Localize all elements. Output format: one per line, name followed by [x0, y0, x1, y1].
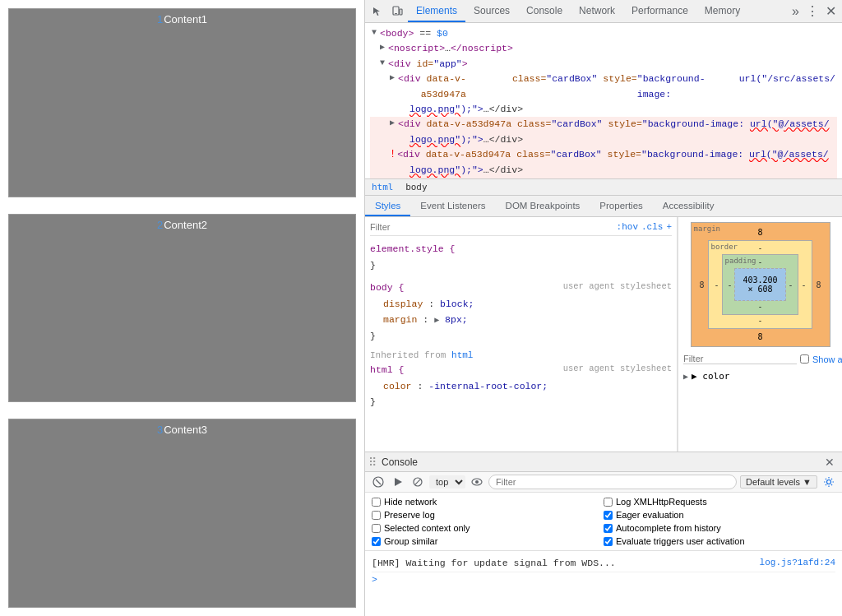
css-inherited-label: Inherited from html [370, 350, 672, 360]
tab-memory[interactable]: Memory [696, 0, 748, 22]
selected-context-checkbox[interactable] [372, 524, 381, 533]
console-title-label: Console [382, 456, 418, 468]
html-line-noscript[interactable]: <noscript> … </noscript> [370, 41, 837, 56]
cls-button[interactable]: .cls [641, 222, 663, 232]
autocomplete-checkbox[interactable] [604, 524, 613, 533]
option-log-xml-label: Log XMLHttpRequests [616, 497, 707, 507]
option-log-xml[interactable]: Log XMLHttpRequests [604, 496, 835, 507]
console-prompt-row: > [372, 572, 835, 586]
console-output: [HMR] Waiting for update signal from WDS… [365, 551, 842, 616]
console-header: ⠿ Console ✕ [365, 452, 842, 472]
box-model-filter-row: Show all [683, 354, 837, 364]
box-model-panel: margin 8 8 border - - [678, 217, 842, 452]
option-eval-triggers-label: Evaluate triggers user activation [616, 536, 745, 546]
content-number-2: 2 [157, 219, 163, 231]
console-options: Hide network Log XMLHttpRequests Preserv… [365, 493, 842, 551]
breadcrumb-body[interactable]: body [405, 182, 428, 192]
content-number-1: 1 [157, 13, 163, 25]
show-all-checkbox[interactable] [800, 354, 809, 364]
sub-tab-styles[interactable]: Styles [365, 196, 410, 216]
option-group-similar-label: Group similar [384, 536, 437, 546]
option-selected-context-label: Selected context only [384, 523, 470, 533]
html-line-card3[interactable]: ! <div data-v-a53d947a class= "cardBox" … [370, 147, 837, 163]
console-close-button[interactable]: ✕ [821, 453, 839, 471]
breadcrumb-html[interactable]: html [372, 182, 394, 192]
tab-console[interactable]: Console [518, 0, 571, 22]
option-hide-network[interactable]: Hide network [372, 496, 604, 507]
sub-tabs: Styles Event Listeners DOM Breakpoints P… [365, 196, 842, 217]
console-toolbar: top Default levels ▼ [365, 472, 842, 493]
option-group-similar[interactable]: Group similar [372, 535, 604, 547]
eager-eval-checkbox[interactable] [604, 511, 613, 520]
add-style-button[interactable]: + [666, 222, 672, 232]
option-autocomplete-label: Autocomplete from history [616, 523, 721, 533]
content-label-2: Content2 [164, 219, 207, 231]
option-eager-eval[interactable]: Eager evaluation [604, 509, 835, 521]
tab-sources[interactable]: Sources [465, 0, 518, 22]
option-autocomplete[interactable]: Autocomplete from history [604, 522, 835, 534]
html-line-card2[interactable]: <div data-v-a53d947a class= "cardBox" st… [370, 117, 837, 132]
box-model-filter-input[interactable] [683, 354, 797, 364]
svg-rect-1 [395, 13, 397, 14]
sub-tab-event-listeners[interactable]: Event Listeners [410, 196, 495, 216]
expand-app[interactable] [380, 57, 385, 70]
html-source: <body> == $0 <noscript> … </noscript> <d… [365, 23, 842, 179]
eval-triggers-checkbox[interactable] [604, 537, 613, 546]
styles-panel: :hov .cls + element.style { } body { use… [365, 217, 678, 452]
sub-tab-accessibility[interactable]: Accessibility [653, 196, 724, 216]
group-similar-checkbox[interactable] [372, 537, 381, 546]
console-block-button[interactable] [409, 474, 426, 490]
hov-button[interactable]: :hov [617, 222, 638, 232]
color-row[interactable]: ▶ ▶ color [683, 371, 837, 382]
content-card-2: 2Content2 [8, 214, 356, 403]
console-message-source[interactable]: log.js?1afd:24 [760, 556, 835, 570]
color-label: ▶ color [692, 371, 729, 382]
console-panel: ⠿ Console ✕ top Default levels ▼ [365, 452, 842, 616]
tab-performance[interactable]: Performance [623, 0, 696, 22]
option-preserve-log[interactable]: Preserve log [372, 509, 604, 521]
webpage-preview: 1Content1 2Content2 3Content3 [0, 0, 364, 616]
html-line-body[interactable]: <body> == $0 [370, 26, 837, 41]
html-line-app[interactable]: <div id= "app" > [370, 57, 837, 72]
tab-network[interactable]: Network [571, 0, 623, 22]
expand-body[interactable] [372, 26, 377, 39]
console-title: ⠿ Console [368, 456, 817, 469]
option-eager-eval-label: Eager evaluation [616, 510, 684, 520]
console-settings-button[interactable] [821, 474, 837, 490]
styles-area: :hov .cls + element.style { } body { use… [365, 217, 842, 452]
styles-filter-input[interactable] [370, 222, 613, 232]
devtools-close-button[interactable]: ✕ [822, 3, 839, 20]
content-card-3: 3Content3 [8, 419, 356, 608]
hide-network-checkbox[interactable] [372, 498, 381, 507]
option-selected-context[interactable]: Selected context only [372, 522, 604, 534]
sub-tab-dom-breakpoints[interactable]: DOM Breakpoints [496, 196, 590, 216]
devtools-settings-button[interactable]: ⋮ [804, 3, 821, 20]
devtools-panel: Elements Sources Console Network Perform… [364, 0, 842, 616]
html-line-card1[interactable]: <div data-v-a53d947a class= "cardBox" st… [370, 72, 837, 102]
color-expand-arrow[interactable]: ▶ [683, 372, 688, 381]
console-context-select[interactable]: top [429, 475, 465, 489]
expand-card2[interactable] [390, 117, 395, 130]
svg-line-7 [415, 479, 420, 484]
console-drag-icon: ⠿ [368, 456, 377, 469]
svg-marker-5 [395, 478, 402, 486]
show-all-label[interactable]: Show all [812, 354, 842, 364]
console-play-button[interactable] [390, 474, 406, 490]
more-tabs-button[interactable]: » [789, 4, 803, 19]
expand-card1[interactable] [390, 72, 395, 85]
console-filter-input[interactable] [488, 475, 737, 489]
devtools-toolbar: Elements Sources Console Network Perform… [365, 0, 842, 23]
inspect-element-button[interactable] [368, 2, 386, 21]
svg-point-9 [475, 480, 479, 484]
sub-tab-properties[interactable]: Properties [590, 196, 652, 216]
option-eval-triggers[interactable]: Evaluate triggers user activation [604, 535, 835, 547]
preserve-log-checkbox[interactable] [372, 511, 381, 520]
device-toolbar-button[interactable] [388, 2, 406, 21]
log-xml-checkbox[interactable] [604, 498, 613, 507]
console-eye-button[interactable] [469, 474, 485, 490]
tab-elements[interactable]: Elements [408, 0, 465, 22]
console-clear-button[interactable] [370, 474, 386, 490]
styles-filter-row: :hov .cls + [370, 220, 672, 236]
expand-noscript[interactable] [380, 41, 385, 54]
default-levels-button[interactable]: Default levels ▼ [740, 475, 817, 489]
